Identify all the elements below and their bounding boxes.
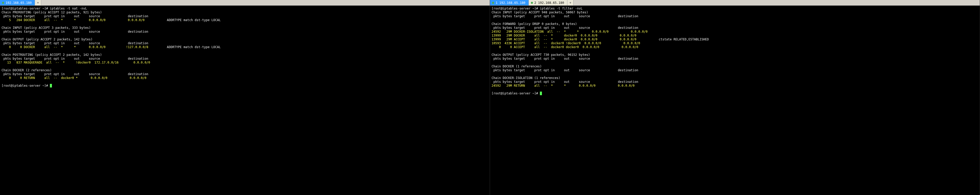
- tab-right-2[interactable]: 2 192.168.65.180: [529, 0, 568, 5]
- add-tab-button-left[interactable]: +: [35, 0, 41, 5]
- cursor-icon: [50, 84, 52, 88]
- cursor-icon: [540, 91, 542, 95]
- add-tab-button-right[interactable]: +: [567, 0, 574, 5]
- terminal-pane-left: 192.168.65.180 + [root@iptables-server ~…: [0, 0, 490, 195]
- terminal-output-right[interactable]: [root@iptables-server ~]# iptables -t fi…: [490, 6, 980, 195]
- terminal-pane-right: 1 192.168.65.1802 192.168.65.180+ [root@…: [490, 0, 980, 195]
- tab-label: 192.168.65.180: [6, 1, 32, 5]
- terminal-output-left[interactable]: [root@iptables-server ~]# iptables -t na…: [0, 6, 490, 195]
- tab-right-1[interactable]: 1 192.168.65.180: [490, 0, 529, 5]
- tab-bar-right: 1 192.168.65.1802 192.168.65.180+: [490, 0, 980, 6]
- tab-label: 1 192.168.65.180: [496, 1, 525, 5]
- tab-left-1[interactable]: 192.168.65.180: [0, 0, 35, 5]
- tab-label: 2 192.168.65.180: [535, 1, 564, 5]
- status-dot-icon: [531, 2, 533, 4]
- tab-bar-left: 192.168.65.180 +: [0, 0, 490, 6]
- status-dot-icon: [492, 2, 494, 4]
- status-dot-icon: [2, 2, 4, 4]
